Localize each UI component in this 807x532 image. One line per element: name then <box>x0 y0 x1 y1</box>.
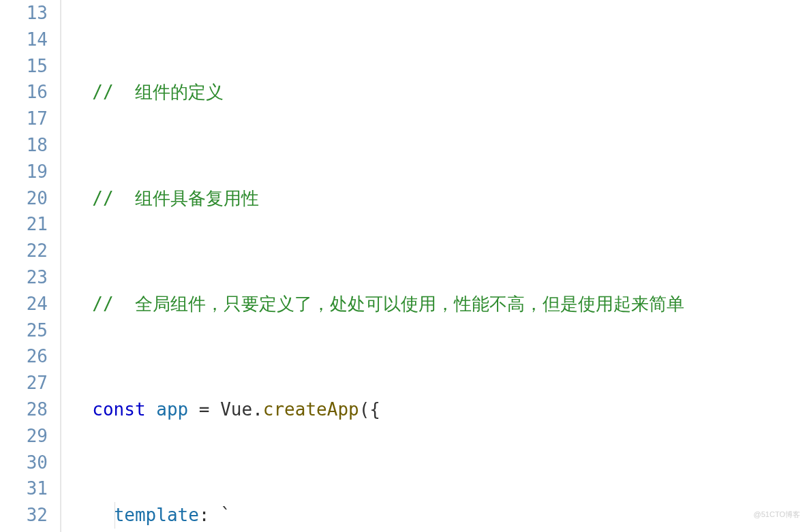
line-number: 18 <box>0 132 48 159</box>
dot: . <box>252 399 263 420</box>
code-line[interactable]: const app = Vue.createApp({ <box>71 396 807 423</box>
comment: // 组件的定义 <box>92 82 224 102</box>
line-number: 22 <box>0 238 48 264</box>
line-number: 17 <box>0 106 48 132</box>
operator-eq: = <box>188 399 220 420</box>
line-number: 32 <box>0 502 48 529</box>
keyword-const: const <box>92 399 145 420</box>
line-number: 21 <box>0 211 48 238</box>
code-line[interactable]: template: ` <box>71 502 807 529</box>
code-line[interactable]: // 组件具备复用性 <box>71 185 807 212</box>
line-number: 25 <box>0 317 48 344</box>
line-number: 19 <box>0 159 48 185</box>
line-number: 31 <box>0 475 48 502</box>
line-number: 27 <box>0 370 48 396</box>
line-number: 14 <box>0 27 48 53</box>
line-number: 28 <box>0 396 48 423</box>
line-number: 24 <box>0 291 48 317</box>
line-number: 16 <box>0 79 48 106</box>
line-number: 30 <box>0 450 48 476</box>
code-area[interactable]: // 组件的定义 // 组件具备复用性 // 全局组件，只要定义了，处处可以使用… <box>71 0 807 532</box>
watermark: @51CTO博客 <box>754 501 800 528</box>
identifier-vue: Vue <box>220 399 252 420</box>
line-number: 23 <box>0 264 48 291</box>
line-number: 26 <box>0 343 48 370</box>
line-number-gutter: 13 14 15 16 17 18 19 20 21 22 23 24 25 2… <box>0 0 60 532</box>
comment: // 组件具备复用性 <box>92 188 259 208</box>
colon-tick: : ` <box>199 505 231 525</box>
line-number: 15 <box>0 53 48 80</box>
line-number: 20 <box>0 185 48 212</box>
line-number: 13 <box>0 0 48 27</box>
paren-open: ({ <box>359 399 380 420</box>
prop-template: template <box>114 505 199 525</box>
line-number: 29 <box>0 423 48 450</box>
code-line[interactable]: // 全局组件，只要定义了，处处可以使用，性能不高，但是使用起来简单 <box>71 291 807 317</box>
code-editor[interactable]: 13 14 15 16 17 18 19 20 21 22 23 24 25 2… <box>0 0 807 532</box>
identifier-app: app <box>156 399 188 420</box>
code-line[interactable]: // 组件的定义 <box>71 79 807 106</box>
comment: // 全局组件，只要定义了，处处可以使用，性能不高，但是使用起来简单 <box>92 294 684 314</box>
fn-createApp: createApp <box>263 399 359 420</box>
gutter-rule <box>60 0 61 532</box>
